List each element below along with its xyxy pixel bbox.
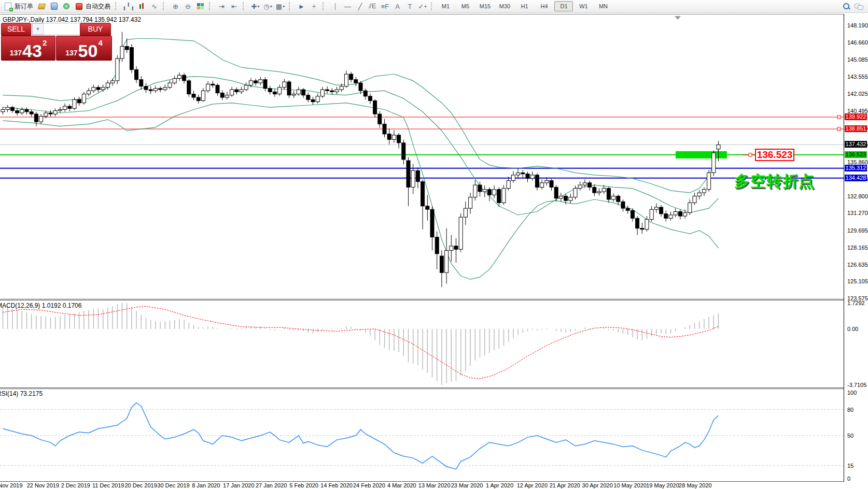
date-axis-label: 24 Feb 2020 <box>353 482 385 488</box>
date-axis-label: 27 Jan 2020 <box>256 482 287 488</box>
date-axis-label: 5 Feb 2020 <box>289 482 318 488</box>
date-axis-label: Nov 2019 <box>0 482 23 488</box>
date-axis-label: 4 Mar 2020 <box>387 482 416 488</box>
price-badge: 136.523 <box>845 151 867 158</box>
price-axis-tick: 142.025 <box>847 91 868 97</box>
macd-axis-tick: 0.00 <box>847 326 858 332</box>
date-axis-label: 17 Jan 2020 <box>223 482 255 488</box>
price-axis-tick: 145.085 <box>847 56 868 63</box>
date-axis-label: 10 May 2020 <box>613 482 647 488</box>
mt4-window: +新订单自动交易╻╹╻∿⊕⊖⇥⇤✚▾◷▾▦▾►＋｜—╱⫽E≡FAT✓▾ M1M5… <box>0 0 868 489</box>
buy-price-display[interactable]: 137504 <box>56 36 112 61</box>
rsi-axis-tick: 50 <box>847 433 853 439</box>
price-axis-tick: 125.105 <box>847 278 868 284</box>
price-badge: 134.428 <box>845 175 867 181</box>
date-axis-label: 20 Dec 2019 <box>124 482 157 488</box>
price-badge: 138.851 <box>845 125 867 132</box>
date-axis-label: 21 Apr 2020 <box>550 482 580 488</box>
price-axis-tick: 126.635 <box>847 262 868 268</box>
symbol-header: GBPJPY-,Daily 137.042 137.794 135.942 13… <box>3 16 141 23</box>
date-axis-label: 22 Nov 2019 <box>27 482 59 488</box>
turning-point-annotation[interactable]: 多空转折点 <box>734 171 815 192</box>
price-badge: 135.312 <box>845 165 867 171</box>
price-axis-tick: 131.270 <box>847 210 868 216</box>
date-axis-label: 8 Jan 2020 <box>192 482 220 488</box>
macd-axis-tick: 1.7292 <box>847 300 865 306</box>
price-axis-tick: 129.695 <box>847 227 868 234</box>
rsi-axis-tick: 80 <box>847 407 853 413</box>
date-axis-label: 19 May 2020 <box>646 482 679 488</box>
date-axis-label: 13 Mar 2020 <box>418 482 451 488</box>
price-label-annotation[interactable]: 136.523 <box>755 149 794 161</box>
rsi-axis-tick: 0 <box>847 476 850 482</box>
one-click-trading-panel: SELL ▼ 1.00 ▲ BUY 137432 137504 <box>1 23 111 58</box>
rsi-pane-label: RSI(14) 73.2175 <box>0 390 43 397</box>
price-axis-tick: 148.190 <box>847 22 868 28</box>
price-axis-tick: 143.555 <box>847 74 868 80</box>
date-axis-label: 14 Feb 2020 <box>320 482 353 488</box>
sell-price-display[interactable]: 137432 <box>1 36 55 61</box>
date-axis-label: 30 Apr 2020 <box>582 482 613 488</box>
price-axis-tick: 128.165 <box>847 244 868 251</box>
macd-axis-tick: -3.7105 <box>847 382 866 388</box>
date-axis-label: 11 Dec 2019 <box>92 482 124 488</box>
price-axis-tick: 146.660 <box>847 39 868 46</box>
sell-price-figure: 137 <box>10 49 22 57</box>
macd-pane-label: MACD(12,26,9) 1.0192 0.1706 <box>0 302 81 309</box>
date-axis-label: 28 May 2020 <box>679 482 712 488</box>
date-axis-label: 12 Apr 2020 <box>517 482 548 488</box>
date-axis-label: 30 Dec 2019 <box>157 482 189 488</box>
price-axis[interactable]: 148.190146.660145.085143.555142.025140.4… <box>844 14 868 489</box>
sell-button[interactable]: SELL <box>1 23 31 36</box>
rsi-axis-tick: 100 <box>847 390 857 396</box>
rsi-axis-tick: 15 <box>847 463 853 469</box>
price-badge: 139.922 <box>845 113 867 120</box>
price-axis-tick: 140.495 <box>847 108 868 114</box>
date-axis-label: 1 Apr 2020 <box>486 482 513 488</box>
buy-price-figure: 137 <box>65 49 77 57</box>
date-axis-label: 2 Dec 2019 <box>61 482 90 488</box>
buy-button[interactable]: BUY <box>80 23 111 36</box>
chart-canvas[interactable] <box>0 0 868 489</box>
date-axis[interactable]: Nov 201922 Nov 20192 Dec 201911 Dec 2019… <box>0 482 844 489</box>
price-badge: 137.432 <box>845 141 867 148</box>
price-axis-tick: 132.800 <box>847 193 868 199</box>
date-axis-label: 23 Mar 2020 <box>451 482 483 488</box>
volume-decrease-button[interactable]: ▼ <box>32 23 44 35</box>
